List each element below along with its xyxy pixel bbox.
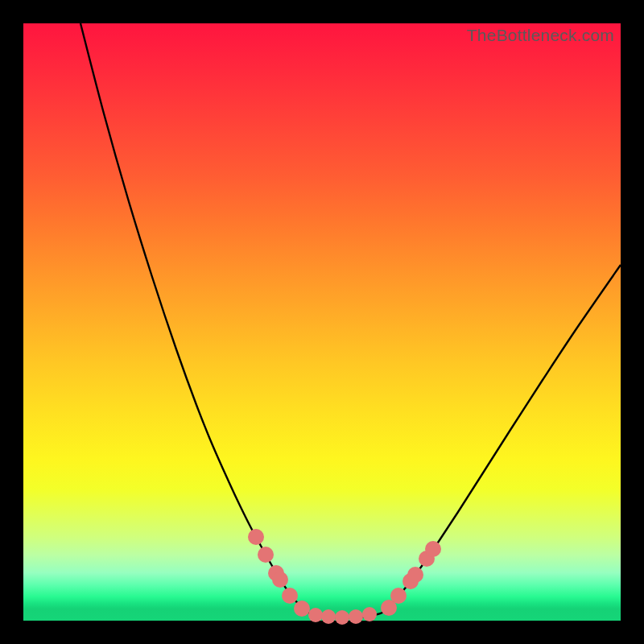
data-marker xyxy=(282,588,298,604)
data-marker xyxy=(425,541,441,557)
marker-group xyxy=(248,529,441,625)
data-marker xyxy=(321,609,336,624)
data-marker xyxy=(349,609,363,624)
data-marker xyxy=(248,529,264,545)
data-marker xyxy=(335,610,349,625)
data-marker xyxy=(294,601,310,617)
data-marker xyxy=(362,607,377,621)
data-marker xyxy=(308,608,323,622)
data-marker xyxy=(390,588,407,604)
bottleneck-curve xyxy=(80,23,621,617)
data-marker xyxy=(258,547,274,563)
data-marker xyxy=(272,572,288,588)
chart-svg xyxy=(23,23,621,621)
chart-plot-area: TheBottleneck.com xyxy=(23,23,621,621)
chart-frame: TheBottleneck.com xyxy=(0,0,644,644)
data-marker xyxy=(407,567,423,583)
